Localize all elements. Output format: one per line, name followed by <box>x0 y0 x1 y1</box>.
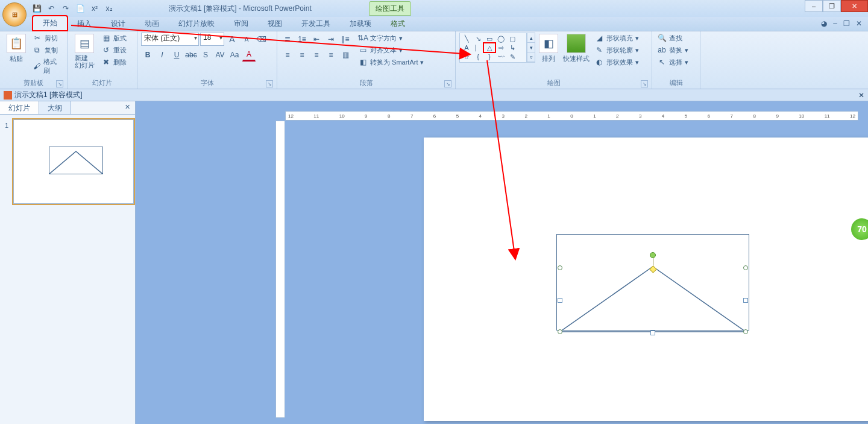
gallery-expand-icon[interactable]: ▿ <box>527 52 535 62</box>
select-button[interactable]: ↖选择 ▾ <box>656 57 690 68</box>
underline-button[interactable]: U <box>170 48 183 62</box>
numbering-button[interactable]: 1≡ <box>295 33 309 46</box>
slide-canvas[interactable] <box>424 138 868 421</box>
vertical-ruler[interactable] <box>275 121 285 418</box>
quick-styles-button[interactable]: 快速样式 <box>562 33 591 65</box>
increase-indent-button[interactable]: ⇥ <box>324 33 338 46</box>
bullets-button[interactable]: ≣ <box>281 33 294 46</box>
font-name-combo[interactable]: 宋体 (正文) <box>141 33 199 46</box>
tab-design[interactable]: 设计 <box>101 17 135 31</box>
replace-button[interactable]: ab替换 ▾ <box>656 45 690 55</box>
shapes-gallery[interactable]: ╲ ↘ ▭ ◯ ▢ A ⎸ △ ⇨ ↳ ☆ { } 〰 ✎ <box>459 33 527 63</box>
shape-triangle-icon[interactable]: △ <box>484 43 495 52</box>
new-slide-button[interactable]: ▤ 新建 幻灯片 <box>71 33 98 70</box>
chevron-down-icon[interactable]: ▾ <box>527 43 535 52</box>
shapes-gallery-scroll[interactable]: ▴▾▿ <box>527 33 535 63</box>
document-tab-title[interactable]: 演示文稿1 [兼容模式] <box>14 90 83 100</box>
shape-outline-button[interactable]: ✎形状轮廓 ▾ <box>593 45 640 55</box>
resize-handle-se[interactable] <box>743 329 748 334</box>
qat-redo-icon[interactable]: ↷ <box>60 3 71 14</box>
chevron-up-icon[interactable]: ▴ <box>527 33 535 43</box>
mdi-minimize-icon[interactable]: – <box>833 19 837 28</box>
shape-effects-button[interactable]: ◐形状效果 ▾ <box>593 57 640 68</box>
tab-slides-thumbnails[interactable]: 幻灯片 <box>0 101 39 114</box>
window-maximize-button[interactable]: ❐ <box>823 0 841 12</box>
tab-addins[interactable]: 加载项 <box>340 17 381 31</box>
resize-handle-w[interactable] <box>558 298 562 303</box>
qat-super-icon[interactable]: x² <box>89 3 100 14</box>
tab-home[interactable]: 开始 <box>33 16 68 31</box>
qat-undo-icon[interactable]: ↶ <box>46 3 57 14</box>
reset-button[interactable]: ↺重设 <box>100 45 128 55</box>
panel-close-icon[interactable]: ✕ <box>120 101 135 114</box>
shape-arrow-icon[interactable]: ↘ <box>473 34 483 43</box>
convert-smartart-button[interactable]: ◧转换为 SmartArt ▾ <box>357 57 425 68</box>
shape-lbrace-icon[interactable]: { <box>473 52 483 61</box>
resize-handle-sw[interactable] <box>558 329 562 334</box>
mdi-restore-icon[interactable]: ❐ <box>843 19 850 28</box>
qat-sub-icon[interactable]: x₂ <box>104 3 115 14</box>
font-size-combo[interactable]: 18 <box>200 33 224 46</box>
arrange-button[interactable]: ◧ 排列 <box>538 33 559 65</box>
window-minimize-button[interactable]: – <box>805 0 823 12</box>
align-center-button[interactable]: ≡ <box>295 48 309 62</box>
justify-button[interactable]: ≡ <box>324 48 338 62</box>
shape-rarrow-icon[interactable]: ⇨ <box>495 43 506 52</box>
layout-button[interactable]: ▦版式 <box>100 33 128 43</box>
shape-vtext-icon[interactable]: ⎸ <box>473 43 483 52</box>
shape-free-icon[interactable]: ✎ <box>507 52 518 61</box>
resize-handle-e[interactable] <box>743 298 748 303</box>
shape-oval-icon[interactable]: ◯ <box>495 34 506 43</box>
align-left-button[interactable]: ≡ <box>281 48 294 62</box>
tab-developer[interactable]: 开发工具 <box>292 17 340 31</box>
resize-handle-ne[interactable] <box>743 265 748 270</box>
format-painter-button[interactable]: 🖌格式刷 <box>31 57 63 76</box>
char-spacing-button[interactable]: AV <box>213 48 227 62</box>
tab-insert[interactable]: 插入 <box>68 17 101 31</box>
shape-rect-icon[interactable]: ▭ <box>484 34 495 43</box>
paste-button[interactable]: 📋 粘贴 <box>4 33 29 65</box>
decrease-indent-button[interactable]: ⇤ <box>310 33 323 46</box>
tab-animations[interactable]: 动画 <box>135 17 169 31</box>
change-case-button[interactable]: Aa <box>228 48 241 62</box>
strike-button[interactable]: abc <box>184 48 198 62</box>
shape-rrect-icon[interactable]: ▢ <box>507 34 518 43</box>
document-tab-close-icon[interactable]: ✕ <box>858 91 864 100</box>
rotate-handle[interactable] <box>650 252 656 258</box>
help-icon[interactable]: ◕ <box>821 19 827 28</box>
tab-view[interactable]: 视图 <box>258 17 292 31</box>
tab-review[interactable]: 审阅 <box>224 17 258 31</box>
horizontal-ruler[interactable]: 1211109876543210123456789101112 <box>285 111 858 121</box>
triangle-shape[interactable] <box>560 267 746 333</box>
shadow-button[interactable]: S <box>199 48 212 62</box>
resize-handle-s[interactable] <box>650 331 655 335</box>
shape-line-icon[interactable]: ╲ <box>461 34 472 43</box>
shape-fill-button[interactable]: ◢形状填充 ▾ <box>593 33 640 43</box>
font-color-button[interactable]: A <box>242 48 256 62</box>
grow-font-button[interactable]: A <box>225 33 239 46</box>
bold-button[interactable]: B <box>141 48 154 62</box>
qat-print-icon[interactable]: 📄 <box>75 3 86 14</box>
slide-thumbnail-1[interactable] <box>13 119 134 204</box>
drawing-dialog-launcher[interactable]: ↘ <box>641 80 648 87</box>
cut-button[interactable]: ✂剪切 <box>31 33 63 43</box>
tab-slideshow[interactable]: 幻灯片放映 <box>169 17 224 31</box>
shrink-font-button[interactable]: A <box>240 33 253 46</box>
shape-connector-icon[interactable]: ↳ <box>507 43 518 52</box>
copy-button[interactable]: ⧉复制 <box>31 45 63 55</box>
tab-format[interactable]: 格式 <box>381 17 415 31</box>
office-button[interactable]: ⊞ <box>2 2 27 27</box>
shape-rbrace-icon[interactable]: } <box>484 52 495 61</box>
align-right-button[interactable]: ≡ <box>310 48 323 62</box>
align-text-button[interactable]: ▭对齐文本 ▾ <box>357 45 425 55</box>
delete-slide-button[interactable]: ✖删除 <box>100 57 128 68</box>
shape-text-icon[interactable]: A <box>461 43 472 52</box>
shape-star-icon[interactable]: ☆ <box>461 52 472 61</box>
mdi-close-icon[interactable]: ✕ <box>856 19 862 28</box>
resize-handle-nw[interactable] <box>558 265 562 270</box>
text-direction-button[interactable]: ⇅A文字方向 ▾ <box>357 33 425 43</box>
paragraph-dialog-launcher[interactable]: ↘ <box>444 80 451 87</box>
qat-save-icon[interactable]: 💾 <box>31 3 42 14</box>
window-close-button[interactable]: ✕ <box>841 0 868 12</box>
columns-button[interactable]: ▥ <box>339 48 352 62</box>
